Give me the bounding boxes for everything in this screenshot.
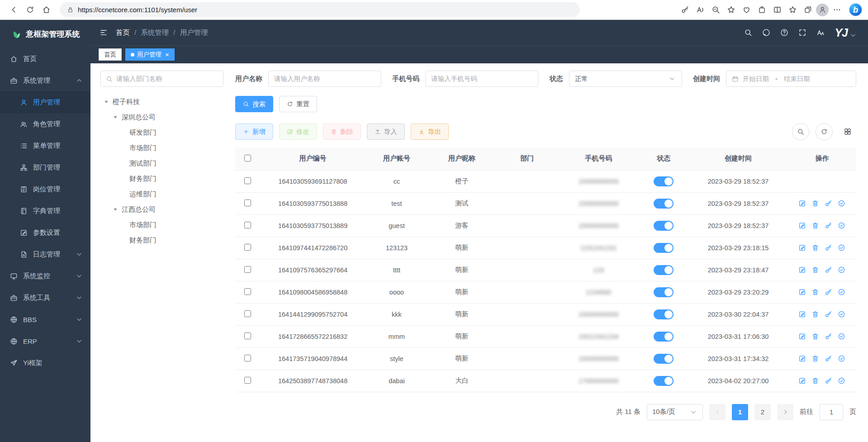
date-range-picker[interactable]: 开始日期 - 结束日期 xyxy=(726,71,856,87)
zoom-out-icon[interactable] xyxy=(708,3,723,17)
collapse-sidebar-icon[interactable] xyxy=(100,29,108,37)
sidebar-item-system-management[interactable]: 系统管理 xyxy=(0,70,90,91)
next-page-button[interactable] xyxy=(777,404,793,420)
sidebar-item-erp[interactable]: ERP xyxy=(0,330,90,352)
reset-password-icon[interactable] xyxy=(825,288,832,296)
page-size-select[interactable]: 10条/页 xyxy=(647,404,703,420)
row-checkbox[interactable] xyxy=(244,355,251,361)
dept-search-input[interactable] xyxy=(116,75,218,82)
assign-role-icon[interactable] xyxy=(838,377,845,385)
tree-node-dept[interactable]: 研发部门 xyxy=(100,125,223,140)
browser-home-icon[interactable] xyxy=(39,3,53,17)
edit-action-icon[interactable] xyxy=(798,200,806,207)
row-checkbox[interactable] xyxy=(244,266,251,273)
refresh-table-button[interactable] xyxy=(816,123,833,140)
import-button[interactable]: 导入 xyxy=(367,124,405,140)
assign-role-icon[interactable] xyxy=(838,200,845,207)
status-toggle[interactable] xyxy=(654,354,674,364)
tree-node-dept[interactable]: 财务部门 xyxy=(100,171,223,186)
row-checkbox[interactable] xyxy=(244,377,251,384)
help-icon[interactable] xyxy=(780,29,788,37)
edit-action-icon[interactable] xyxy=(798,266,806,274)
delete-action-icon[interactable] xyxy=(811,288,819,296)
delete-action-icon[interactable] xyxy=(811,377,819,385)
search-toggle-button[interactable] xyxy=(792,123,809,140)
add-button[interactable]: 新增 xyxy=(235,124,273,140)
edit-action-icon[interactable] xyxy=(798,355,806,362)
more-menu-icon[interactable] xyxy=(830,3,844,17)
status-toggle[interactable] xyxy=(654,265,674,275)
assign-role-icon[interactable] xyxy=(838,222,845,229)
status-select[interactable]: 正常 xyxy=(569,71,682,87)
user-menu[interactable]: YJ xyxy=(835,26,857,39)
edit-action-icon[interactable] xyxy=(798,288,806,296)
tree-node-root[interactable]: 橙子科技 xyxy=(100,94,223,109)
sidebar-item-post-management[interactable]: 岗位管理 xyxy=(0,178,90,200)
status-toggle[interactable] xyxy=(654,221,674,231)
assign-role-icon[interactable] xyxy=(838,333,845,340)
status-toggle[interactable] xyxy=(654,243,674,253)
status-toggle[interactable] xyxy=(654,309,674,319)
tab-home[interactable]: 首页 xyxy=(99,48,122,61)
tree-node-dept[interactable]: 市场部门 xyxy=(100,217,223,233)
github-icon[interactable] xyxy=(762,29,770,37)
edit-action-icon[interactable] xyxy=(798,377,806,385)
sidebar-item-user-management[interactable]: 用户管理 xyxy=(0,91,90,113)
tree-node-dept[interactable]: 测试部门 xyxy=(100,156,223,171)
goto-page-input[interactable] xyxy=(820,404,843,420)
sidebar-item-system-monitor[interactable]: 系统监控 xyxy=(0,265,90,287)
assign-role-icon[interactable] xyxy=(838,355,845,362)
reset-password-icon[interactable] xyxy=(825,355,832,362)
add-favorite-icon[interactable] xyxy=(724,3,738,17)
split-screen-icon[interactable] xyxy=(770,3,784,17)
tree-node-company[interactable]: 江西总公司 xyxy=(100,202,223,217)
sidebar-item-system-tools[interactable]: 系统工具 xyxy=(0,287,90,309)
sidebar-item-yi-framework[interactable]: Yi框架 xyxy=(0,352,90,374)
edit-action-icon[interactable] xyxy=(798,310,806,318)
delete-action-icon[interactable] xyxy=(811,200,819,207)
reset-password-icon[interactable] xyxy=(825,266,832,274)
sidebar-item-param-settings[interactable]: 参数设置 xyxy=(0,222,90,243)
row-checkbox[interactable] xyxy=(244,288,251,295)
collections-icon[interactable] xyxy=(801,3,815,17)
sidebar-item-menu-management[interactable]: 菜单管理 xyxy=(0,135,90,157)
sidebar-item-log-management[interactable]: 日志管理 xyxy=(0,243,90,265)
sidebar-item-dept-management[interactable]: 部门管理 xyxy=(0,157,90,178)
edit-action-icon[interactable] xyxy=(798,222,806,229)
reset-password-icon[interactable] xyxy=(825,244,832,252)
assign-role-icon[interactable] xyxy=(838,266,845,274)
profile-avatar[interactable] xyxy=(816,4,829,16)
row-checkbox[interactable] xyxy=(244,310,251,317)
password-key-icon[interactable] xyxy=(678,3,692,17)
sidebar-item-role-management[interactable]: 角色管理 xyxy=(0,113,90,135)
read-aloud-icon[interactable] xyxy=(693,3,707,17)
export-button[interactable]: 导出 xyxy=(411,124,449,140)
search-button[interactable]: 搜索 xyxy=(235,96,273,112)
status-toggle[interactable] xyxy=(654,376,674,386)
status-toggle[interactable] xyxy=(654,287,674,297)
row-checkbox[interactable] xyxy=(244,244,251,251)
tab-close-icon[interactable]: × xyxy=(165,51,169,58)
page-button-2[interactable]: 2 xyxy=(754,404,771,420)
refresh-icon[interactable] xyxy=(23,3,37,17)
status-toggle[interactable] xyxy=(654,176,674,186)
row-checkbox[interactable] xyxy=(244,177,251,184)
reset-password-icon[interactable] xyxy=(825,200,832,207)
row-checkbox[interactable] xyxy=(244,200,251,206)
username-input[interactable] xyxy=(268,71,381,87)
tree-node-dept[interactable]: 运维部门 xyxy=(100,186,223,202)
column-settings-button[interactable] xyxy=(839,123,856,140)
edit-action-icon[interactable] xyxy=(798,333,806,340)
delete-action-icon[interactable] xyxy=(811,310,819,318)
delete-button[interactable]: 删除 xyxy=(323,124,361,140)
delete-action-icon[interactable] xyxy=(811,333,819,340)
status-toggle[interactable] xyxy=(654,199,674,209)
row-checkbox[interactable] xyxy=(244,333,251,339)
phone-input[interactable] xyxy=(425,71,538,87)
edit-action-icon[interactable] xyxy=(798,244,806,252)
tree-node-company[interactable]: 深圳总公司 xyxy=(100,109,223,125)
prev-page-button[interactable] xyxy=(709,404,726,420)
select-all-checkbox[interactable] xyxy=(244,155,251,162)
sidebar-item-home[interactable]: 首页 xyxy=(0,48,90,70)
extensions-icon[interactable] xyxy=(754,3,769,17)
